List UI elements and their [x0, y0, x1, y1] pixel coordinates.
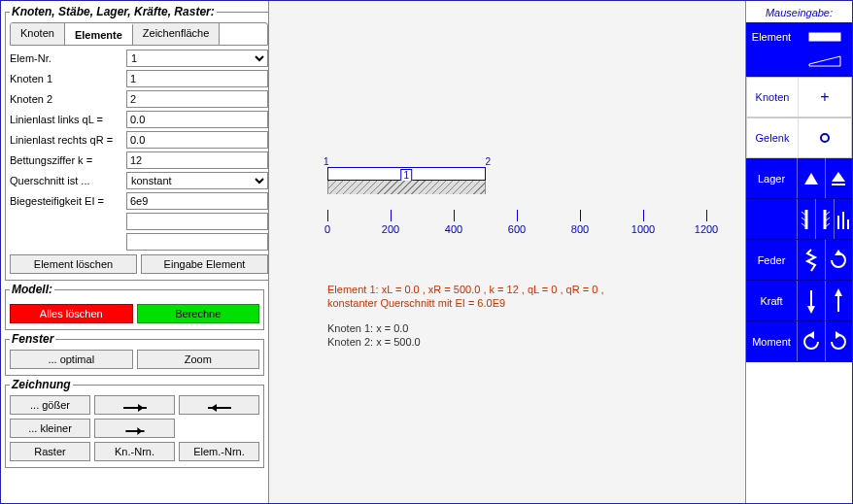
left-panel: Knoten, Stäbe, Lager, Kräfte, Raster: Kn… — [1, 1, 269, 503]
hinge-icon — [798, 118, 851, 157]
app-root: Knoten, Stäbe, Lager, Kräfte, Raster: Kn… — [0, 0, 853, 504]
extra-input-1[interactable] — [126, 213, 268, 230]
zeichnung-legend: Zeichnung — [10, 378, 73, 391]
tool-lager[interactable]: Lager — [746, 158, 852, 199]
delete-element-button[interactable]: Element löschen — [10, 254, 137, 274]
x-axis: 020040060080010001200 — [327, 183, 706, 221]
node-2-label: 2 — [486, 156, 492, 167]
elem-nr-select[interactable]: 1 — [126, 50, 268, 67]
roller-support-icon — [825, 158, 853, 198]
k-input[interactable] — [126, 151, 268, 169]
knoten1-input[interactable] — [126, 70, 268, 87]
quer-select[interactable]: konstant — [126, 172, 268, 189]
modell-fieldset: Modell: Alles löschen Berechne — [5, 283, 264, 330]
svg-marker-23 — [836, 331, 841, 339]
svg-marker-21 — [835, 288, 842, 296]
optimal-button[interactable]: ... optimal — [10, 350, 133, 369]
svg-marker-4 — [832, 172, 845, 182]
ei-label: Biegesteifigkeit EI = — [10, 195, 126, 207]
zoom-button[interactable]: Zoom — [137, 350, 260, 369]
plot-area: 1 1 2 020040060080010001200 Element 1: x… — [289, 30, 726, 484]
quer-label: Querschnitt ist ... — [10, 175, 126, 186]
element-info-text: Element 1: xL = 0.0 , xR = 500.0 , k = 1… — [327, 283, 603, 310]
svg-rect-0 — [809, 33, 840, 41]
modell-legend: Modell: — [10, 283, 54, 296]
svg-marker-1 — [809, 56, 840, 66]
load-dist-icon — [834, 199, 852, 239]
ei-input[interactable] — [126, 192, 268, 210]
smaller-button[interactable]: ... kleiner — [10, 419, 90, 438]
drawing-canvas[interactable]: 1 1 2 020040060080010001200 Element 1: x… — [269, 1, 745, 503]
force-down-icon — [797, 281, 825, 320]
clear-all-button[interactable]: Alles löschen — [10, 304, 133, 323]
tool-palette: Mauseingabe: Element Knoten + Gelenk Lag… — [745, 1, 852, 503]
node-1-label: 1 — [324, 156, 329, 167]
hflip-button[interactable] — [94, 419, 175, 438]
svg-marker-22 — [808, 331, 814, 339]
qR-label: Linienlast rechts qR = — [10, 134, 126, 146]
moment-ccw-icon — [797, 321, 825, 361]
knoten-info-text: Knoten 1: x = 0.0 Knoten 2: x = 500.0 — [327, 321, 421, 349]
fixed-left-icon — [797, 199, 815, 239]
force-up-icon — [825, 281, 853, 320]
tool-feder[interactable]: Feder — [746, 240, 852, 281]
svg-marker-3 — [804, 173, 818, 185]
qR-input[interactable] — [126, 131, 268, 149]
tool-knoten[interactable]: Knoten + — [746, 77, 852, 118]
qL-label: Linienlast links qL = — [10, 114, 126, 125]
pin-support-icon — [797, 158, 825, 198]
arrow-right-icon — [123, 407, 147, 409]
left-arrow-button[interactable] — [179, 395, 259, 415]
beam-wedge-icon — [797, 55, 852, 67]
k-label: Bettungsziffer k = — [10, 154, 126, 166]
plus-icon: + — [798, 78, 851, 117]
svg-marker-17 — [835, 250, 842, 255]
fixed-right-icon — [815, 199, 834, 239]
beam-element[interactable]: 1 — [327, 167, 486, 181]
tool-kraft[interactable]: Kraft — [746, 281, 852, 321]
tab-elemente[interactable]: Elemente — [65, 23, 133, 45]
beam-rect-icon — [797, 32, 852, 42]
fenster-legend: Fenster — [10, 332, 55, 346]
tool-gelenk[interactable]: Gelenk — [746, 118, 852, 158]
knoten2-label: Knoten 2 — [10, 93, 126, 105]
raster-button[interactable]: Raster — [10, 442, 90, 461]
tab-knoten[interactable]: Knoten — [11, 23, 65, 45]
fenster-fieldset: Fenster ... optimal Zoom — [5, 332, 264, 376]
tabs: Knoten Elemente Zeichenfläche — [10, 22, 268, 46]
config-legend: Knoten, Stäbe, Lager, Kräfte, Raster: — [10, 5, 217, 18]
svg-point-2 — [821, 134, 829, 142]
tool-vertical[interactable] — [746, 199, 852, 240]
bigger-button[interactable]: ... gößer — [10, 395, 90, 415]
palette-title: Mauseingabe: — [746, 1, 852, 22]
input-element-button[interactable]: Eingabe Element — [141, 254, 268, 274]
config-fieldset: Knoten, Stäbe, Lager, Kräfte, Raster: Kn… — [5, 5, 273, 281]
tab-zeichenflaeche[interactable]: Zeichenfläche — [133, 23, 221, 45]
rot-spring-icon — [825, 240, 853, 280]
knoten2-input[interactable] — [126, 90, 268, 108]
calc-button[interactable]: Berechne — [137, 304, 260, 323]
arrow-icon — [125, 430, 144, 432]
moment-cw-icon — [825, 321, 853, 361]
tool-element[interactable]: Element — [746, 22, 852, 77]
svg-marker-19 — [807, 306, 815, 314]
zeichnung-fieldset: Zeichnung ... gößer ... kleiner Kn.-Nrn.… — [5, 378, 264, 468]
knoten1-label: Knoten 1 — [10, 73, 126, 84]
extra-input-2[interactable] — [126, 233, 268, 251]
elem-nr-label: Elem-Nr. — [10, 52, 126, 64]
right-arrow-button[interactable] — [94, 395, 175, 415]
elemnrn-button[interactable]: Elem.-Nrn. — [179, 442, 259, 461]
qL-input[interactable] — [126, 111, 268, 128]
knnrn-button[interactable]: Kn.-Nrn. — [94, 442, 175, 461]
spring-icon — [797, 240, 825, 280]
arrow-left-icon — [208, 407, 231, 409]
tool-moment[interactable]: Moment — [746, 321, 852, 362]
